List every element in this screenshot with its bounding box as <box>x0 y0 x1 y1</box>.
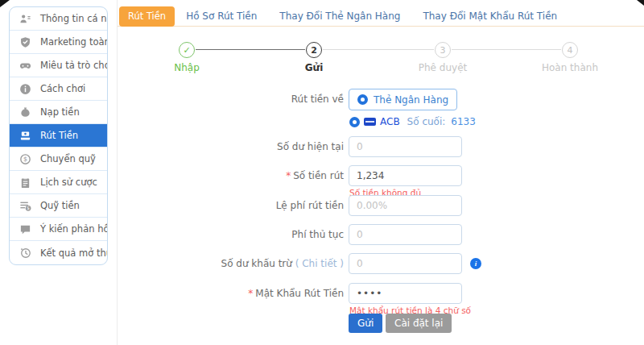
step-2-label: Gửi <box>258 62 370 73</box>
withdraw-icon <box>19 129 31 142</box>
sidebar-item-global-marketing[interactable]: Marketing toàn cầu <box>10 31 107 54</box>
step-4-circle: 4 <box>562 42 578 58</box>
bank-card-option-button[interactable]: Thẻ Ngân Hàng <box>349 89 457 110</box>
card-last-digits-label: Số cuối: <box>407 116 446 127</box>
svg-text:$: $ <box>23 156 27 163</box>
sidebar-item-withdraw[interactable]: Rút Tiền <box>10 124 107 148</box>
withdraw-fee-label: Lệ phí rút tiền <box>118 195 344 216</box>
step-3-circle: 3 <box>435 42 451 58</box>
tab-withdraw-records[interactable]: Hồ Sơ Rút Tiền <box>175 6 268 27</box>
fund-list-icon: $ <box>19 199 31 212</box>
money-bag-icon <box>19 106 31 118</box>
user-card-icon <box>19 12 31 25</box>
sidebar-item-game-description[interactable]: Miêu tả trò chơi <box>10 54 107 77</box>
withdraw-amount-label: *Số tiền rút <box>118 165 344 186</box>
deduction-balance-label: Số dư khấu trừ ( Chi tiết ) <box>118 253 344 274</box>
withdraw-to-label: Rút tiền về <box>118 89 344 110</box>
screen-corner-artifact <box>637 0 644 6</box>
processing-fee-label: Phí thủ tục <box>118 224 344 245</box>
card-last-digits: 6133 <box>451 116 476 127</box>
bank-card-icon <box>364 118 376 126</box>
submit-button[interactable]: Gửi <box>349 314 382 333</box>
step-1-circle: ✓ <box>179 42 195 58</box>
bank-name: ACB <box>380 116 400 127</box>
deduction-detail-link[interactable]: ( Chi tiết ) <box>295 258 344 269</box>
current-balance-label: Số dư hiện tại <box>118 136 344 157</box>
sidebar-item-how-to-play[interactable]: Cách chơi <box>10 77 107 101</box>
deduction-balance-input[interactable] <box>349 253 462 274</box>
step-1-label: Nhập <box>130 62 243 73</box>
sidebar-item-deposit[interactable]: Nạp tiền <box>10 101 107 124</box>
clipboard-icon <box>19 176 31 189</box>
stepper-connector <box>452 49 561 50</box>
radio-checked-icon[interactable] <box>349 117 360 127</box>
current-balance-input[interactable] <box>349 136 462 157</box>
sidebar-item-fund-transfer[interactable]: $ Chuyển quỹ <box>10 148 107 171</box>
dollar-circle-icon: $ <box>19 152 31 165</box>
withdrawal-page: { "sidebar": { "items": [ { "label": "Th… <box>0 0 644 345</box>
bank-card-row[interactable]: ACB Số cuối: 6133 <box>349 114 476 129</box>
svg-text:$: $ <box>27 206 30 210</box>
stepper-connector <box>196 49 305 50</box>
radio-checked-icon <box>357 94 368 105</box>
withdraw-password-input[interactable] <box>349 283 462 304</box>
info-icon[interactable] <box>470 258 481 269</box>
step-2-circle: 2 <box>306 42 322 58</box>
step-3-label: Phê duyệt <box>386 62 499 73</box>
shield-icon <box>19 35 31 48</box>
withdraw-password-label: *Mật Khẩu Rút Tiền <box>118 283 344 304</box>
screen-corner-artifact <box>0 0 10 7</box>
tab-change-withdraw-password[interactable]: Thay Đổi Mật Khẩu Rút Tiền <box>411 6 568 27</box>
withdraw-fee-input[interactable] <box>349 195 462 216</box>
history-clock-icon <box>19 247 31 260</box>
sidebar-item-feedback[interactable]: Ý kiến phản hồi <box>10 218 107 241</box>
tab-change-bank-card[interactable]: Thay Đổi Thẻ Ngân Hàng <box>268 6 411 27</box>
info-circle-icon <box>19 82 31 95</box>
step-4-label: Hoàn thành <box>514 62 626 73</box>
gamepad-icon <box>19 59 31 72</box>
tab-withdraw[interactable]: Rút Tiền <box>119 6 175 27</box>
sidebar-item-bet-history[interactable]: Lịch sử cược <box>10 171 107 194</box>
processing-fee-input[interactable] <box>349 224 462 245</box>
sidebar-item-personal-info[interactable]: Thông tin cá nhân <box>10 7 107 31</box>
chat-bubble-icon <box>19 222 31 235</box>
withdraw-amount-input[interactable] <box>349 165 462 186</box>
stepper-connector <box>323 49 434 50</box>
sidebar-item-lottery-results[interactable]: Kết quả mở thưởng <box>10 241 107 264</box>
sidebar: Thông tin cá nhân Marketing toàn cầu Miê… <box>9 6 108 265</box>
reset-button[interactable]: Cài đặt lại <box>386 314 452 333</box>
sidebar-item-funds[interactable]: $ Quỹ tiền <box>10 194 107 218</box>
withdraw-tab-bar: Rút Tiền Hồ Sơ Rút Tiền Thay Đổi Thẻ Ngâ… <box>118 6 644 27</box>
